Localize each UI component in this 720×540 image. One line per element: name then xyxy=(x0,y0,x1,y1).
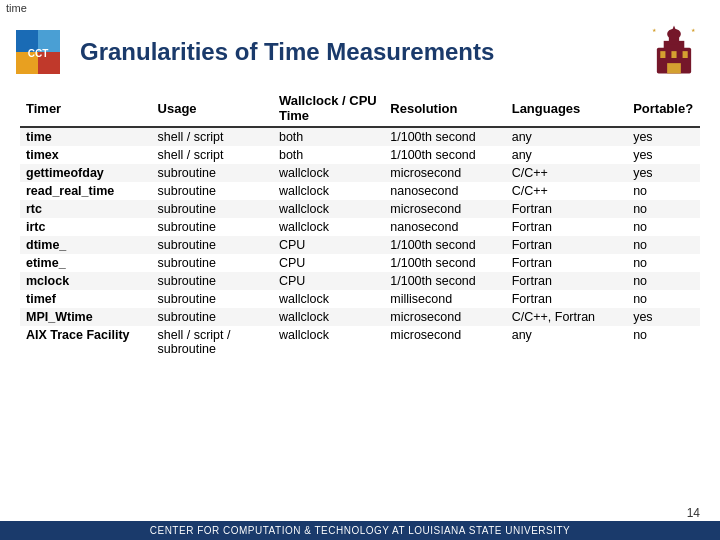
table-cell: wallclock xyxy=(273,308,384,326)
table-cell: yes xyxy=(627,127,700,146)
svg-rect-11 xyxy=(671,51,676,58)
table-cell: Fortran xyxy=(506,254,627,272)
table-cell: yes xyxy=(627,146,700,164)
table-row: etime_subroutineCPU1/100th secondFortran… xyxy=(20,254,700,272)
table-header-row: Timer Usage Wallclock / CPU Time Resolut… xyxy=(20,90,700,127)
svg-text:★: ★ xyxy=(691,27,696,33)
table-cell: yes xyxy=(627,164,700,182)
table-cell: C/C++ xyxy=(506,182,627,200)
cct-logo-icon: CCT xyxy=(16,30,60,74)
table-cell: mclock xyxy=(20,272,152,290)
table-cell: timef xyxy=(20,290,152,308)
header: CCT Granularities of Time Measurements ★… xyxy=(0,16,720,86)
table-cell: AIX Trace Facility xyxy=(20,326,152,358)
table-cell: subroutine xyxy=(152,200,273,218)
col-header-wallclock: Wallclock / CPU Time xyxy=(273,90,384,127)
table-cell: subroutine xyxy=(152,254,273,272)
table-cell: 1/100th second xyxy=(384,254,505,272)
table-cell: 1/100th second xyxy=(384,127,505,146)
table-cell: microsecond xyxy=(384,308,505,326)
table-cell: no xyxy=(627,200,700,218)
table-cell: timex xyxy=(20,146,152,164)
table-cell: CPU xyxy=(273,272,384,290)
logo-area: CCT Granularities of Time Measurements xyxy=(16,30,494,74)
table-cell: any xyxy=(506,326,627,358)
table-cell: Fortran xyxy=(506,272,627,290)
table-cell: CPU xyxy=(273,254,384,272)
table-row: mclocksubroutineCPU1/100th secondFortran… xyxy=(20,272,700,290)
table-row: irtcsubroutinewallclocknanosecondFortran… xyxy=(20,218,700,236)
table-cell: microsecond xyxy=(384,164,505,182)
table-row: AIX Trace Facilityshell / script / subro… xyxy=(20,326,700,358)
table-cell: rtc xyxy=(20,200,152,218)
table-row: timeshell / scriptboth1/100th secondanyy… xyxy=(20,127,700,146)
table-cell: microsecond xyxy=(384,326,505,358)
table-cell: subroutine xyxy=(152,272,273,290)
page-number: 14 xyxy=(687,506,700,520)
table-cell: time xyxy=(20,127,152,146)
table-cell: wallclock xyxy=(273,326,384,358)
table-cell: C/C++ xyxy=(506,164,627,182)
table-cell: MPI_Wtime xyxy=(20,308,152,326)
table-cell: dtime_ xyxy=(20,236,152,254)
table-cell: 1/100th second xyxy=(384,236,505,254)
table-row: read_real_timesubroutinewallclocknanosec… xyxy=(20,182,700,200)
lsu-logo-icon: ★ ★ xyxy=(644,22,704,82)
table-cell: millisecond xyxy=(384,290,505,308)
table-cell: microsecond xyxy=(384,200,505,218)
page-title: Granularities of Time Measurements xyxy=(80,38,494,66)
col-header-timer: Timer xyxy=(20,90,152,127)
table-cell: no xyxy=(627,272,700,290)
table-row: MPI_WtimesubroutinewallclockmicrosecondC… xyxy=(20,308,700,326)
table-cell: no xyxy=(627,254,700,272)
svg-rect-12 xyxy=(683,51,688,58)
table-cell: no xyxy=(627,290,700,308)
table-cell: shell / script / subroutine xyxy=(152,326,273,358)
table-row: dtime_subroutineCPU1/100th secondFortran… xyxy=(20,236,700,254)
table-cell: yes xyxy=(627,308,700,326)
table-cell: subroutine xyxy=(152,164,273,182)
table-cell: nanosecond xyxy=(384,218,505,236)
table-cell: both xyxy=(273,146,384,164)
svg-rect-13 xyxy=(667,63,681,73)
table-cell: wallclock xyxy=(273,182,384,200)
footer-bar: CENTER FOR COMPUTATION & TECHNOLOGY AT L… xyxy=(0,521,720,540)
table-cell: etime_ xyxy=(20,254,152,272)
table-cell: Fortran xyxy=(506,236,627,254)
main-content: Timer Usage Wallclock / CPU Time Resolut… xyxy=(0,86,720,360)
top-label: time xyxy=(0,0,720,16)
table-cell: wallclock xyxy=(273,164,384,182)
col-header-languages: Languages xyxy=(506,90,627,127)
table-cell: no xyxy=(627,236,700,254)
table-cell: read_real_time xyxy=(20,182,152,200)
table-cell: no xyxy=(627,182,700,200)
table-cell: wallclock xyxy=(273,290,384,308)
timer-table: Timer Usage Wallclock / CPU Time Resolut… xyxy=(20,90,700,358)
table-cell: any xyxy=(506,146,627,164)
table-cell: subroutine xyxy=(152,182,273,200)
table-cell: wallclock xyxy=(273,218,384,236)
table-row: timefsubroutinewallclockmillisecondFortr… xyxy=(20,290,700,308)
table-cell: subroutine xyxy=(152,290,273,308)
table-cell: any xyxy=(506,127,627,146)
table-cell: wallclock xyxy=(273,200,384,218)
svg-text:CCT: CCT xyxy=(28,48,49,59)
table-cell: subroutine xyxy=(152,236,273,254)
table-cell: Fortran xyxy=(506,218,627,236)
table-cell: C/C++, Fortran xyxy=(506,308,627,326)
svg-text:★: ★ xyxy=(652,27,657,33)
table-cell: nanosecond xyxy=(384,182,505,200)
table-cell: shell / script xyxy=(152,127,273,146)
table-cell: CPU xyxy=(273,236,384,254)
table-cell: both xyxy=(273,127,384,146)
table-cell: subroutine xyxy=(152,308,273,326)
table-cell: Fortran xyxy=(506,200,627,218)
col-header-resolution: Resolution xyxy=(384,90,505,127)
table-cell: Fortran xyxy=(506,290,627,308)
col-header-portable: Portable? xyxy=(627,90,700,127)
table-cell: gettimeofday xyxy=(20,164,152,182)
svg-rect-10 xyxy=(660,51,665,58)
table-cell: subroutine xyxy=(152,218,273,236)
col-header-usage: Usage xyxy=(152,90,273,127)
table-cell: 1/100th second xyxy=(384,146,505,164)
